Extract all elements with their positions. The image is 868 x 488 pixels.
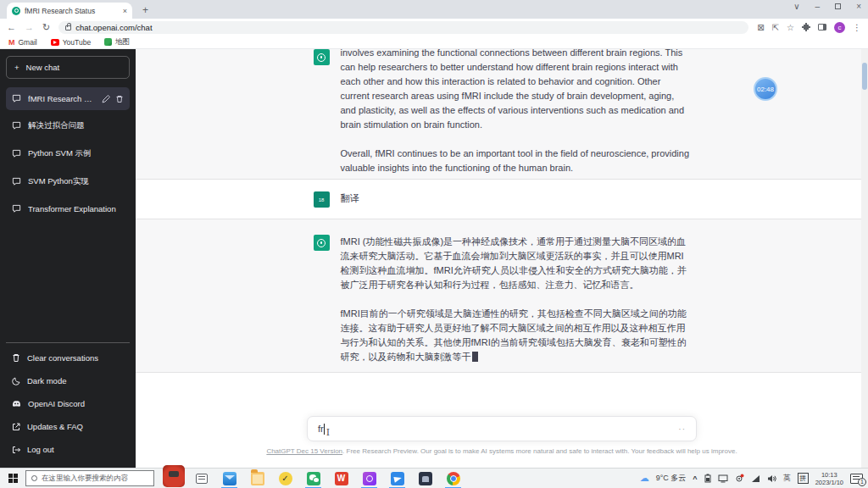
window-maximize-button[interactable] (835, 3, 841, 9)
taskbar-app-dark[interactable] (411, 469, 439, 488)
browser-toolbar: ← → ↻ chat.openai.com/chat ⊠ ⇱ ☆ c ⋮ (0, 19, 868, 36)
url-text: chat.openai.com/chat (75, 23, 152, 32)
purple-app-icon (363, 472, 376, 485)
chat-input[interactable]: frI ·· (307, 416, 697, 441)
sidebar-item-svm-python-impl[interactable]: SVM Python实现 (6, 169, 130, 194)
clear-conversations-button[interactable]: Clear conversations (6, 347, 130, 369)
updates-faq-button[interactable]: Updates & FAQ (6, 415, 130, 438)
bookmarks-bar: M Gmail YouTube 地图 (0, 36, 868, 49)
new-chat-button[interactable]: + New chat (6, 56, 130, 79)
taskbar-app-wechat[interactable] (299, 469, 327, 488)
settings-alert-icon[interactable] (735, 474, 744, 483)
recording-timer-badge[interactable]: 02:48 (754, 77, 777, 101)
weather-icon: ☁ (640, 473, 649, 484)
taskbar-app-mail[interactable] (215, 469, 243, 488)
bookmark-youtube[interactable]: YouTube (51, 38, 91, 47)
mail-icon (223, 472, 236, 485)
network-icon[interactable] (751, 474, 760, 483)
battery-icon[interactable] (704, 474, 711, 483)
back-button[interactable]: ← (7, 22, 16, 32)
chat-input-value: fr (318, 424, 324, 434)
extensions-icon[interactable] (802, 23, 810, 31)
delete-trash-icon[interactable] (115, 95, 124, 103)
openai-logo-icon (314, 49, 330, 65)
chat-bubble-icon (12, 177, 21, 186)
scrollbar-thumb[interactable] (862, 63, 867, 90)
profile-avatar[interactable]: c (834, 22, 845, 33)
chat-main: involves examining the functional connec… (136, 49, 868, 468)
map-bookmark-icon (104, 38, 112, 46)
start-button[interactable] (0, 474, 25, 483)
tray-chevron-up-icon[interactable]: ^ (693, 474, 697, 483)
wps-icon: W (335, 472, 348, 485)
chrome-icon (447, 472, 460, 485)
reload-button[interactable]: ↻ (42, 22, 50, 33)
taskbar-app-train[interactable] (159, 469, 187, 488)
address-bar[interactable]: chat.openai.com/chat (58, 21, 748, 34)
assistant-paragraph: fMRI (功能性磁共振成像)是一种神经成像技术，通常用于通过测量大脑不同区域的… (341, 235, 691, 292)
weather-text[interactable]: 9°C 多云 (656, 473, 687, 484)
ime-indicator[interactable]: 拼 (798, 473, 809, 484)
bookmark-star-icon[interactable]: ☆ (787, 23, 794, 32)
sidebar-item-transformer-explanation[interactable]: Transformer Explanation (6, 197, 130, 220)
notification-center-icon[interactable]: 1 (850, 474, 863, 484)
user-message: 18 翻译 (136, 180, 868, 219)
dark-mode-button[interactable]: Dark mode (6, 369, 130, 392)
openai-discord-button[interactable]: OpenAI Discord (6, 392, 130, 415)
volume-icon[interactable] (767, 474, 776, 483)
sidebar-item-overfitting[interactable]: 解决过拟合问题 (6, 114, 130, 138)
chat-footer: ChatGPT Dec 15 Version. Free Research Pr… (136, 447, 868, 455)
train-app-icon (163, 465, 185, 487)
desktop-screen: fMRI Research Status × + ∨ – × ← → ↻ cha… (0, 0, 868, 488)
search-icon (31, 475, 37, 481)
taskbar-clock[interactable]: 10:13 2023/1/10 (815, 471, 843, 486)
check-app-icon: ✓ (279, 472, 292, 485)
new-tab-button[interactable]: + (142, 4, 148, 16)
browser-tab-strip: fMRI Research Status × + ∨ – × (0, 0, 868, 19)
browser-tab[interactable]: fMRI Research Status × (7, 3, 132, 19)
assistant-paragraph: Overall, fMRI continues to be an importa… (341, 147, 691, 175)
chat-bubble-icon (12, 94, 21, 103)
display-icon[interactable] (718, 474, 728, 483)
windows-logo-icon (8, 474, 18, 483)
window-chevron-icon[interactable]: ∨ (793, 2, 799, 11)
windows-taskbar: 在这里输入你要搜索的内容 ✓ W ☁ 9°C 多云 ^ 英 拼 (0, 468, 868, 488)
mouse-ibeam-cursor: I (326, 427, 330, 438)
language-indicator[interactable]: 英 (783, 473, 791, 484)
discord-icon (12, 400, 21, 408)
taskbar-app-check[interactable]: ✓ (271, 469, 299, 488)
bookmark-map[interactable]: 地图 (104, 37, 130, 47)
clock-date: 2023/1/10 (815, 479, 843, 486)
tab-close-icon[interactable]: × (123, 7, 127, 15)
bookmark-gmail[interactable]: M Gmail (8, 38, 37, 47)
page-scrollbar[interactable] (861, 49, 868, 468)
edit-pencil-icon[interactable] (102, 95, 110, 103)
lock-icon (65, 25, 71, 30)
sidebar-item-python-svm-example[interactable]: Python SVM 示例 (6, 141, 130, 166)
input-ellipsis-icon: ·· (678, 424, 686, 434)
log-out-button[interactable]: Log out (6, 438, 130, 461)
sidebar-item-fmri-research-status[interactable]: fMRI Research Status (6, 87, 130, 110)
chat-bubble-icon (12, 121, 21, 130)
taskbar-app-chrome[interactable] (439, 469, 467, 488)
browser-menu-icon[interactable]: ⋮ (853, 23, 861, 32)
share-icon[interactable]: ⇱ (772, 23, 779, 32)
side-panel-icon[interactable] (818, 24, 826, 30)
plus-icon: + (14, 63, 19, 72)
task-view-button[interactable] (187, 469, 215, 488)
version-link[interactable]: ChatGPT Dec 15 Version (266, 447, 342, 455)
chatgpt-sidebar: + New chat fMRI Research Status 解决过拟合问题 (0, 49, 136, 468)
taskbar-app-bird[interactable] (383, 469, 411, 488)
window-minimize-button[interactable]: – (815, 2, 821, 11)
openai-logo-icon (314, 235, 330, 251)
taskbar-app-purple[interactable] (355, 469, 383, 488)
taskbar-app-wps[interactable]: W (327, 469, 355, 488)
translate-icon[interactable]: ⊠ (757, 23, 764, 32)
wechat-icon (307, 472, 320, 485)
window-close-button[interactable]: × (856, 2, 861, 11)
taskbar-search-input[interactable]: 在这里输入你要搜索的内容 (25, 470, 154, 486)
forward-button[interactable]: → (25, 22, 34, 32)
clock-time: 10:13 (821, 471, 837, 479)
taskbar-app-file-explorer[interactable] (243, 469, 271, 488)
task-view-icon (196, 474, 208, 484)
